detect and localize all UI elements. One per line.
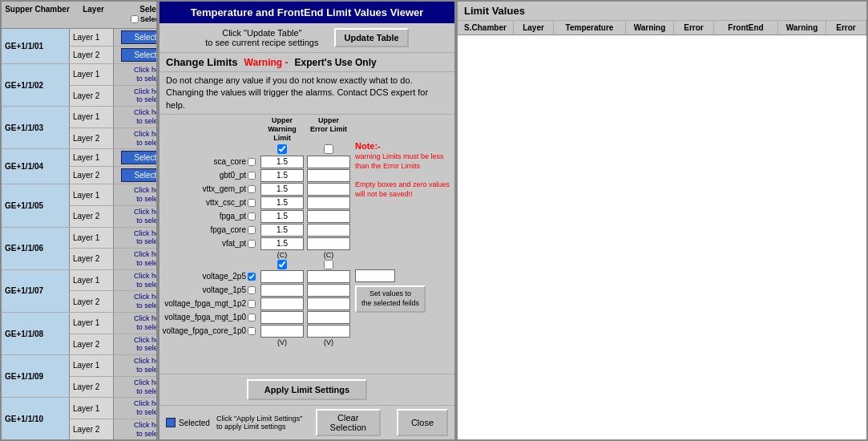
error-input[interactable] xyxy=(307,156,350,168)
update-table-button[interactable]: Update Table xyxy=(334,28,408,47)
param-checkbox[interactable] xyxy=(248,212,256,220)
click-to-select[interactable]: Click hereto select xyxy=(134,378,156,396)
param-checkbox[interactable] xyxy=(248,185,256,193)
click-to-select[interactable]: Click hereto select xyxy=(134,272,156,289)
param-label: vfat_pt xyxy=(163,239,259,248)
warning-input[interactable] xyxy=(260,210,304,223)
warning-input[interactable] xyxy=(260,156,304,168)
select-all-checkbox[interactable] xyxy=(131,15,139,23)
click-to-select[interactable]: Click hereto select xyxy=(134,186,156,204)
chamber-select[interactable]: Selected xyxy=(114,167,156,184)
chamber-select[interactable]: Selected xyxy=(114,29,156,47)
chamber-select[interactable]: Click hereto select xyxy=(114,334,156,355)
chamber-select[interactable]: Selected xyxy=(114,47,156,63)
chamber-id: GE+1/1/05 xyxy=(2,184,70,226)
chamber-select[interactable]: Click hereto select xyxy=(114,206,156,227)
error-enable-checkbox[interactable] xyxy=(324,144,333,154)
click-to-select[interactable]: Click hereto select xyxy=(134,108,156,126)
clear-selection-button[interactable]: Clear Selection xyxy=(316,409,381,436)
param-checkbox[interactable] xyxy=(248,286,256,294)
param-checkbox[interactable] xyxy=(248,199,256,207)
param-checkbox[interactable] xyxy=(248,172,256,180)
close-button[interactable]: Close xyxy=(397,409,448,436)
warning-enable-checkbox[interactable] xyxy=(277,144,287,154)
col-header-chamber: Supper Chamber xyxy=(3,3,71,26)
error-input[interactable] xyxy=(307,196,350,209)
chamber-select[interactable]: Click hereto select xyxy=(114,107,156,128)
click-to-select[interactable]: Click hereto select xyxy=(134,399,156,417)
voltage-error-checkbox[interactable] xyxy=(324,260,333,269)
warning-input[interactable] xyxy=(260,169,304,182)
warning-input[interactable] xyxy=(260,224,304,237)
warning-input[interactable] xyxy=(260,325,304,338)
error-input[interactable] xyxy=(307,284,350,297)
error-input[interactable] xyxy=(307,237,350,250)
chamber-select[interactable]: Click hereto select xyxy=(114,128,156,149)
chamber-select[interactable]: Click hereto select xyxy=(114,355,156,377)
chamber-select[interactable]: Click hereto select xyxy=(114,249,156,269)
param-checkbox[interactable] xyxy=(248,158,256,166)
error-input[interactable] xyxy=(307,325,350,338)
voltage-warning-checkbox[interactable] xyxy=(277,260,287,269)
selected-button[interactable]: Selected xyxy=(121,151,156,164)
click-to-select[interactable]: Click hereto select xyxy=(134,87,156,105)
table-row: GE+1/1/08 Layer 1 Click hereto select La… xyxy=(2,313,156,355)
param-checkbox[interactable] xyxy=(248,314,256,322)
param-checkbox[interactable] xyxy=(248,240,256,248)
chamber-select[interactable]: Click hereto select xyxy=(114,377,156,398)
error-input[interactable] xyxy=(307,311,350,324)
apply-limit-settings-button[interactable]: Apply Limit Settings xyxy=(247,379,367,400)
click-to-select[interactable]: Click hereto select xyxy=(134,293,156,310)
chamber-select[interactable]: Click hereto select xyxy=(114,86,156,107)
layer-label: Layer 2 xyxy=(70,377,114,398)
set-values-input[interactable] xyxy=(355,269,395,282)
click-to-select[interactable]: Click hereto select xyxy=(134,229,156,247)
click-to-select[interactable]: Click hereto select xyxy=(134,250,156,268)
click-to-select[interactable]: Click hereto select xyxy=(134,421,156,439)
chamber-select[interactable]: Click hereto select xyxy=(114,64,156,86)
chamber-select[interactable]: Click hereto select xyxy=(114,184,156,206)
warning-input[interactable] xyxy=(260,196,304,209)
col-layer: Layer xyxy=(514,21,554,34)
chamber-select[interactable]: Click hereto select xyxy=(114,313,156,334)
unit-c-warning: (C) xyxy=(259,251,305,259)
selected-button[interactable]: Selected xyxy=(121,48,156,62)
chamber-select[interactable]: Click hereto select xyxy=(114,398,156,419)
error-input[interactable] xyxy=(307,169,350,182)
error-input[interactable] xyxy=(307,210,350,223)
limit-row: voltage_fpga_core_1p0 xyxy=(163,325,352,338)
set-values-button[interactable]: Set values to the selected feilds xyxy=(355,285,426,312)
layer-label: Layer 2 xyxy=(70,419,114,439)
click-to-select[interactable]: Click hereto select xyxy=(134,314,156,332)
warning-input[interactable] xyxy=(260,270,304,283)
chamber-select[interactable]: Selected xyxy=(114,149,156,167)
click-to-select[interactable]: Click hereto select xyxy=(134,66,156,83)
param-checkbox[interactable] xyxy=(248,300,256,308)
warning-input[interactable] xyxy=(260,311,304,324)
param-checkbox[interactable] xyxy=(248,226,256,234)
click-to-select[interactable]: Click hereto select xyxy=(134,357,156,374)
chamber-select[interactable]: Click hereto select xyxy=(114,228,156,249)
error-input[interactable] xyxy=(307,297,350,310)
param-checkbox[interactable] xyxy=(248,327,256,335)
error-input[interactable] xyxy=(307,183,350,196)
col-temp-warning: Warning xyxy=(626,21,674,34)
chamber-select[interactable]: Click hereto select xyxy=(114,291,156,312)
error-input[interactable] xyxy=(307,270,350,283)
selected-button[interactable]: Selected xyxy=(121,168,156,182)
click-to-select[interactable]: Click hereto select xyxy=(134,208,156,225)
warning-input[interactable] xyxy=(260,237,304,250)
error-input[interactable] xyxy=(307,224,350,237)
warning-input[interactable] xyxy=(260,297,304,310)
warning-input[interactable] xyxy=(260,183,304,196)
click-to-select[interactable]: Click hereto select xyxy=(134,130,156,148)
chamber-select[interactable]: Click hereto select xyxy=(114,270,156,292)
voltage-params-section: voltage_2p5 voltage_1p5 voltage_fpga_m xyxy=(163,270,352,338)
selected-button[interactable]: Selected xyxy=(121,30,156,44)
click-to-select[interactable]: Click hereto select xyxy=(134,336,156,354)
chamber-select[interactable]: Click hereto select xyxy=(114,419,156,439)
param-checkbox[interactable] xyxy=(248,273,256,281)
experts-label: Expert's Use Only xyxy=(294,57,376,68)
warning-input[interactable] xyxy=(260,284,304,297)
param-label: voltage_fpga_core_1p0 xyxy=(163,326,259,335)
